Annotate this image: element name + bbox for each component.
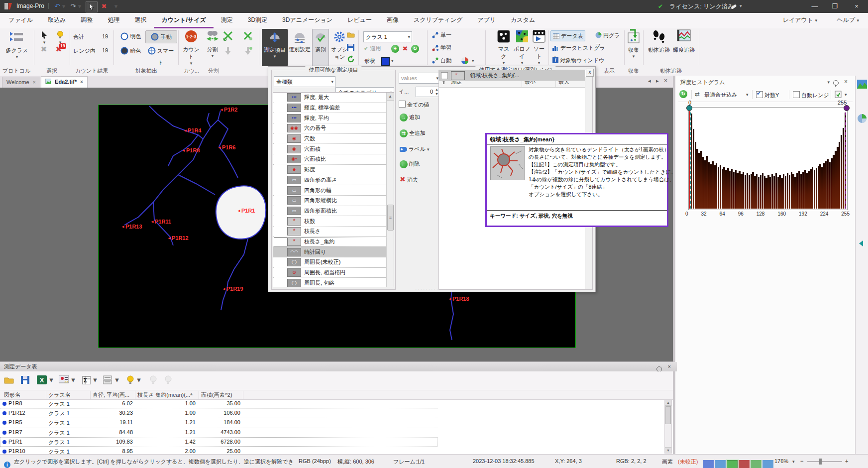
dialog-resize-grip[interactable]: ·········	[415, 286, 439, 292]
point-label[interactable]: ◄P1R13	[121, 224, 142, 230]
index-spinner[interactable]: 0 ▲▼	[416, 87, 439, 97]
shape-color-swatch[interactable]	[381, 57, 390, 66]
menu-tab[interactable]: 3D測定	[240, 13, 275, 28]
minimize-button[interactable]: —	[806, 0, 823, 13]
best-fit-label[interactable]: 最適合せ込み	[704, 91, 738, 99]
delete-button[interactable]: ✖	[100, 1, 108, 11]
object-window-button[interactable]: i 対象物ウィンドウ	[550, 55, 607, 65]
measurement-item[interactable]: ◉ 穴数	[273, 134, 394, 144]
tab-scroll-right-icon[interactable]: ▸	[656, 78, 659, 84]
class-combo[interactable]: クラス 1▾	[363, 31, 412, 42]
tab-close-icon[interactable]: ×	[33, 80, 36, 85]
data-histogram-button[interactable]: データヒストグラム	[550, 43, 607, 53]
measurement-item[interactable]: ◉ 穴面積	[273, 144, 394, 154]
menu-tab[interactable]: 調整	[73, 13, 100, 28]
spinner-up-icon[interactable]: ▲▼	[435, 87, 438, 96]
histogram-tab-icon[interactable]	[857, 80, 867, 89]
status-view-icon[interactable]	[715, 460, 726, 468]
measure-items-button[interactable]: 測定項目▾	[262, 29, 288, 66]
zoom-level[interactable]: 176%	[774, 458, 788, 464]
add-all-button[interactable]: ⇉ 全追加	[400, 129, 426, 137]
menu-tab[interactable]: カスタム	[503, 13, 542, 28]
measurement-item[interactable]: ••• 輝度, 標準偏差	[273, 103, 394, 114]
status-view-icon[interactable]	[727, 460, 738, 468]
tab-welcome[interactable]: Welcome×	[2, 77, 40, 88]
dark-objects-button[interactable]: 暗色	[117, 45, 144, 57]
scroll-thumb[interactable]	[665, 406, 671, 424]
table-row[interactable]: P1R1 クラス 1 109.83 1.42 6728.00	[0, 438, 438, 447]
clear-all-button[interactable]: ✖ 消去	[400, 175, 418, 184]
single-class-button[interactable]: 単一	[432, 31, 460, 39]
menu-tab[interactable]: スクリプティング	[406, 13, 470, 28]
mask-button[interactable]: マスク▾	[496, 30, 512, 65]
point-label[interactable]: ◄P1R1	[237, 208, 255, 214]
export-histogram-icon[interactable]	[835, 91, 842, 98]
pie-chart-button[interactable]: 円グラフ	[595, 30, 623, 40]
clear-selection-button[interactable]: ✖	[38, 45, 50, 54]
status-view-icon[interactable]	[703, 460, 714, 468]
table-row[interactable]: P1R7 クラス 1 84.48 1.21 4743.00	[0, 428, 438, 438]
panel-close-icon[interactable]: ×	[668, 362, 671, 371]
zoom-out-button[interactable]: −	[800, 458, 803, 464]
add-measurement-button[interactable]: → 追加	[400, 114, 420, 121]
auto-merge-button[interactable]	[243, 46, 254, 56]
open-data-button[interactable]	[3, 374, 15, 386]
data-table-button[interactable]: データ表	[550, 30, 585, 41]
label-tag-button[interactable]: ラベル ▾	[400, 145, 429, 153]
measurement-item[interactable]: ◉◉ 穴の番号	[273, 123, 394, 134]
selected-measurement-row[interactable]: 領域:枝長さ_集約{...	[439, 70, 585, 81]
tab-close-icon[interactable]: ×	[80, 79, 83, 85]
highlight-rows-dropdown[interactable]: ▾	[136, 374, 141, 386]
scroll-up-icon[interactable]: ▲	[665, 400, 671, 406]
highlight-down-button[interactable]	[162, 374, 174, 386]
measurement-item[interactable]: ••• 輝度, 最大	[273, 93, 394, 103]
col-header-diameter[interactable]: 直径, 平均(画...	[93, 391, 129, 399]
row-checkbox[interactable]	[441, 72, 448, 79]
report-button[interactable]	[58, 374, 70, 386]
undo-dropdown[interactable]: ▾	[62, 1, 66, 11]
zoom-in-button[interactable]: +	[845, 458, 848, 464]
restore-button[interactable]: ❐	[826, 0, 843, 13]
table-row[interactable]: P1R12 クラス 1 30.23 1.00 106.00	[0, 409, 438, 418]
refresh-histogram-icon[interactable]: ↻	[679, 90, 687, 98]
undo-button[interactable]: ↶	[53, 1, 62, 11]
export-dropdown[interactable]: ▾	[845, 92, 847, 97]
point-label[interactable]: ◄P1R18	[448, 296, 469, 302]
layout-menu[interactable]: レイアウト ▾	[783, 13, 817, 28]
measurement-item[interactable]: ▭ 四角形面積比	[273, 206, 394, 217]
motion-tracking-button[interactable]: 動体追跡	[645, 29, 673, 54]
measurement-item[interactable]: ▭ 四角形縦横比	[273, 196, 394, 206]
status-view-icon[interactable]	[762, 460, 773, 468]
point-label[interactable]: ◄P1R2	[219, 107, 237, 113]
type-filter-combo[interactable]: 全種類▾	[274, 76, 335, 87]
point-label[interactable]: ◄P1R12	[167, 235, 189, 241]
sort-ascending-icon[interactable]: ▲	[189, 391, 194, 396]
best-fit-dropdown[interactable]: ▾	[746, 92, 749, 97]
table-scrollbar[interactable]: ▲ ▼	[664, 399, 672, 454]
smart-mode-button[interactable]: スマート	[145, 45, 176, 57]
col-header-class[interactable]: クラス名	[48, 391, 71, 399]
menu-tab[interactable]: 測定	[214, 13, 240, 28]
panel-close-icon[interactable]: ×	[844, 78, 848, 85]
per-object-button[interactable]	[102, 374, 113, 386]
table-row[interactable]: P1R5 クラス 1 19.11 1.21 184.00	[0, 418, 438, 428]
remove-measurement-button[interactable]: ← 削除	[400, 160, 420, 168]
menu-tab[interactable]: 処理	[100, 13, 127, 28]
measurement-item[interactable]: ● 彩度	[273, 165, 394, 175]
menu-tab[interactable]: 3Dアニメーション	[275, 13, 340, 28]
save-settings-button[interactable]	[347, 44, 356, 51]
learn-class-button[interactable]: 学習	[432, 44, 460, 52]
point-label[interactable]: ◄P1R19	[222, 286, 243, 292]
scroll-up-icon[interactable]: ▲	[387, 93, 394, 101]
measurement-item[interactable]: ▭ 四角形の高さ	[273, 175, 394, 186]
select-cursor-button[interactable]	[86, 1, 98, 12]
measurement-item[interactable]: * 枝長さ	[273, 227, 394, 237]
menu-tab[interactable]: 選択	[127, 13, 154, 28]
table-row[interactable]: P1R8 クラス 1 6.02 1.00 35.00	[0, 399, 438, 409]
split-lines-button[interactable]	[223, 31, 234, 41]
measurement-item[interactable]: ▭ 四角形の幅	[273, 185, 394, 196]
tab-eda2[interactable]: Eda2.tif*×	[41, 76, 88, 88]
statistics-dropdown[interactable]: ▾	[93, 374, 98, 386]
menu-tab[interactable]: カウント/サイズ	[154, 13, 213, 28]
multiclass-button[interactable]: 多クラス▾	[4, 30, 30, 59]
